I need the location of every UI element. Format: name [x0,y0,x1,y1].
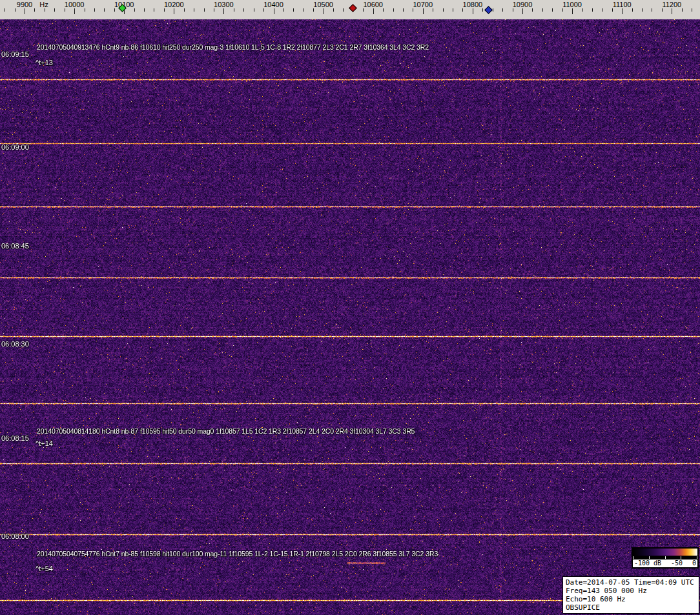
minor-tick [363,8,364,12]
colorbar-min-label: -100 dB [634,560,661,567]
minor-tick [662,8,663,12]
colorbar-mid-label: -50 [671,560,683,567]
spectrogram-canvas[interactable] [0,19,700,615]
minor-tick [45,8,45,12]
minor-tick [532,8,533,12]
minor-tick [134,8,135,12]
minor-tick [154,8,154,12]
detection-time-offset: ^t+14 [36,439,53,447]
minor-tick [403,8,404,12]
red-diamond-marker[interactable] [349,4,357,12]
detection-annotation: 20140705040754776 hCnt7 nb-85 f10598 hit… [37,550,438,558]
minor-tick [164,8,165,12]
minor-tick [383,8,384,12]
freq-tick-label: 9900 [17,1,32,8]
minor-tick [184,8,185,12]
freq-tick-label: 10600 [363,1,383,8]
minor-tick [632,8,633,12]
minor-tick [54,8,55,12]
major-tick [274,8,274,14]
minor-tick [652,8,652,12]
detection-time-offset: ^t+54 [36,565,53,572]
minor-tick [642,8,643,12]
waterfall-display: 06:09:1506:09:0006:08:4506:08:3006:08:15… [0,19,700,615]
minor-tick [104,8,105,12]
minor-tick [333,8,334,12]
minor-tick [293,8,294,12]
minor-tick [343,8,344,12]
minor-tick [85,8,85,12]
minor-tick [194,8,194,12]
freq-tick-label: 10900 [513,1,533,8]
freq-tick-label: 10300 [214,1,234,8]
minor-tick [592,8,593,12]
minor-tick [234,8,234,12]
freq-unit-label: Hz [39,1,48,8]
minor-tick [602,8,602,12]
minor-tick [114,8,115,12]
info-echo-frequency: Echo=10 600 Hz [566,595,696,603]
color-scale-gradient [633,549,697,559]
minor-tick [552,8,553,12]
freq-tick-label: 10500 [313,1,333,8]
major-tick [622,8,623,14]
minor-tick [94,8,95,12]
minor-tick [612,8,613,12]
info-date-time: Date=2014-07-05 Time=04:09 UTC [566,578,696,587]
minor-tick [254,8,254,12]
minor-tick [502,8,503,12]
freq-tick-label: 10400 [263,1,283,8]
info-station-name: OBSUPICE [566,603,696,612]
major-tick [373,8,374,14]
minor-tick [562,8,563,12]
blue-diamond-marker[interactable] [484,6,493,14]
minor-tick [313,8,314,12]
freq-tick-label: 10000 [65,1,85,8]
detection-time-offset: ^t+13 [36,59,53,66]
minor-tick [433,8,433,12]
minor-tick [682,8,683,12]
time-label: 06:08:00 [1,532,29,540]
minor-tick [482,8,483,12]
minor-tick [304,8,304,12]
minor-tick [144,8,145,12]
freq-tick-label: 11000 [562,1,582,8]
minor-tick [243,8,244,12]
frequency-ruler[interactable]: 9900100001010010200103001040010500106001… [0,0,700,19]
major-tick [473,8,473,14]
meteor-echo-spectrogram-app: 9900100001010010200103001040010500106001… [0,0,700,615]
minor-tick [692,8,692,12]
minor-tick [513,8,513,12]
minor-tick [582,8,583,12]
minor-tick [493,8,493,12]
freq-tick-label: 10800 [463,1,483,8]
freq-tick-label: 11100 [613,1,632,8]
minor-tick [263,8,264,12]
minor-tick [15,8,15,12]
major-tick [74,8,75,14]
observation-info-box: Date=2014-07-05 Time=04:09 UTC Freq=143 … [562,576,699,614]
detection-annotation: 20140705040814180 hCnt8 nb-87 f10595 hit… [37,427,415,435]
minor-tick [283,8,284,12]
minor-tick [65,8,65,12]
time-label: 06:08:15 [1,434,29,442]
major-tick [672,8,672,14]
major-tick [522,8,523,14]
minor-tick [542,8,543,12]
major-tick [223,8,224,14]
time-label: 06:09:00 [1,143,29,151]
minor-tick [214,8,214,12]
freq-tick-label: 10200 [164,1,184,8]
minor-tick [453,8,453,12]
time-label: 06:08:30 [1,340,29,348]
major-tick [324,8,324,14]
color-scale-labels: -100 dB -50 0 [633,560,697,567]
freq-tick-label: 10700 [413,1,433,8]
minor-tick [413,8,413,12]
freq-tick-label: 11200 [662,1,681,8]
info-frequency: Freq=143 050 000 Hz [566,587,696,595]
time-label: 06:08:45 [1,242,29,250]
minor-tick [462,8,463,12]
minor-tick [443,8,444,12]
minor-tick [34,8,35,12]
